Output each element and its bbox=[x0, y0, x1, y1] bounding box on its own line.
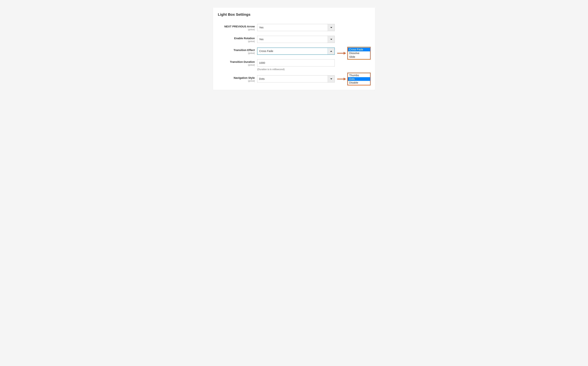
dropdown-toggle[interactable] bbox=[328, 48, 334, 54]
scope-global: [global] bbox=[218, 64, 255, 66]
control-col: (Duration is in millisecond) bbox=[257, 59, 335, 71]
control-col: Dots bbox=[257, 75, 335, 83]
navigation-style-options: Thumbs Dots Disable bbox=[347, 73, 371, 85]
transition-duration-help: (Duration is in millisecond) bbox=[257, 68, 335, 71]
label-col: Transition Duration [global] bbox=[218, 59, 257, 66]
chevron-down-icon bbox=[330, 39, 332, 40]
row-transition-duration: Transition Duration [global] (Duration i… bbox=[218, 59, 370, 71]
transition-effect-select[interactable]: Cross Fade bbox=[257, 47, 335, 55]
scope-global: [global] bbox=[218, 52, 255, 54]
navigation-style-select[interactable]: Dots bbox=[257, 75, 335, 83]
row-enable-rotation: Enable Rotation [global] Yes bbox=[218, 36, 370, 43]
label-enable-rotation: Enable Rotation bbox=[218, 37, 255, 40]
select-value: Yes bbox=[257, 26, 328, 29]
label-transition-effect: Transition Effect bbox=[218, 49, 255, 52]
control-col: Cross Fade bbox=[257, 47, 335, 55]
chevron-down-icon bbox=[330, 78, 332, 79]
label-col: Enable Rotation [global] bbox=[218, 36, 257, 43]
control-col: Yes bbox=[257, 36, 335, 43]
dropdown-toggle[interactable] bbox=[328, 76, 335, 82]
arrow-right-icon bbox=[337, 78, 346, 80]
panel-title: Light Box Settings bbox=[218, 12, 370, 17]
label-col: Navigation Style [global] bbox=[218, 75, 257, 82]
label-navigation-style: Navigation Style bbox=[218, 76, 255, 79]
option-slide[interactable]: Slide bbox=[348, 55, 370, 59]
scope-global: [global] bbox=[218, 40, 255, 43]
select-value: Cross Fade bbox=[257, 50, 328, 53]
transition-effect-options: Cross Fade Dissolve Slide bbox=[347, 47, 371, 60]
transition-duration-input[interactable] bbox=[257, 59, 335, 67]
label-col: Transition Effect [global] bbox=[218, 47, 257, 54]
row-transition-effect: Transition Effect [global] Cross Fade Cr… bbox=[218, 47, 370, 55]
select-value: Dots bbox=[257, 77, 328, 81]
option-cross-fade[interactable]: Cross Fade bbox=[348, 48, 370, 51]
lightbox-settings-panel: Light Box Settings NEXT PREVIOUS Arrow [… bbox=[213, 7, 375, 90]
scope-global: [global] bbox=[218, 80, 255, 82]
select-value: Yes bbox=[257, 38, 328, 41]
label-col: NEXT PREVIOUS Arrow [global] bbox=[218, 24, 257, 31]
label-next-previous-arrow: NEXT PREVIOUS Arrow bbox=[218, 25, 255, 28]
option-thumbs[interactable]: Thumbs bbox=[348, 74, 370, 77]
enable-rotation-select[interactable]: Yes bbox=[257, 36, 335, 43]
row-navigation-style: Navigation Style [global] Dots Thumbs Do… bbox=[218, 75, 370, 83]
dropdown-toggle[interactable] bbox=[328, 24, 335, 31]
control-col: Yes bbox=[257, 24, 335, 31]
dropdown-toggle[interactable] bbox=[328, 36, 335, 43]
option-disable[interactable]: Disable bbox=[348, 81, 370, 84]
arrow-right-icon bbox=[337, 53, 346, 54]
next-previous-arrow-select[interactable]: Yes bbox=[257, 24, 335, 31]
label-transition-duration: Transition Duration bbox=[218, 60, 255, 63]
chevron-up-icon bbox=[330, 51, 332, 52]
chevron-down-icon bbox=[330, 27, 332, 28]
callout-navigation-style: Thumbs Dots Disable bbox=[337, 73, 371, 85]
callout-transition-effect: Cross Fade Dissolve Slide bbox=[337, 47, 371, 60]
scope-global: [global] bbox=[218, 28, 255, 31]
option-dots[interactable]: Dots bbox=[348, 77, 370, 81]
row-next-previous-arrow: NEXT PREVIOUS Arrow [global] Yes bbox=[218, 24, 370, 31]
option-dissolve[interactable]: Dissolve bbox=[348, 51, 370, 55]
